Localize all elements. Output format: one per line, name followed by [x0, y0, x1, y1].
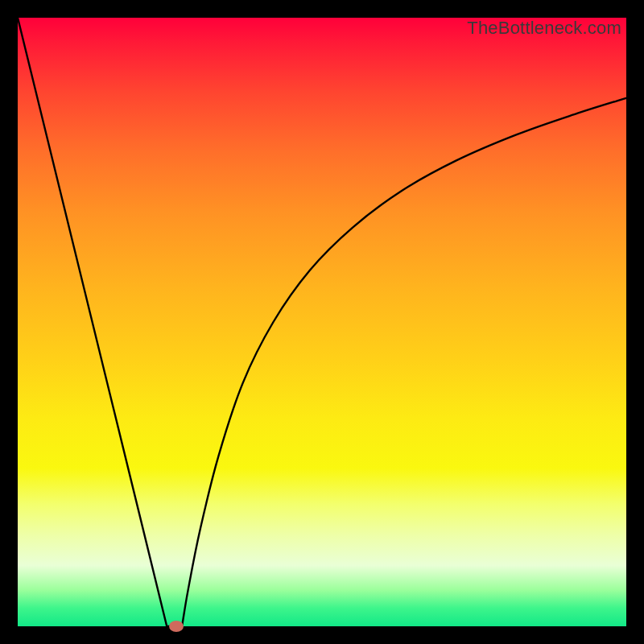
bottleneck-curve [18, 18, 626, 626]
minimum-marker-dot [169, 621, 184, 632]
chart-frame: TheBottleneck.com [18, 18, 626, 626]
